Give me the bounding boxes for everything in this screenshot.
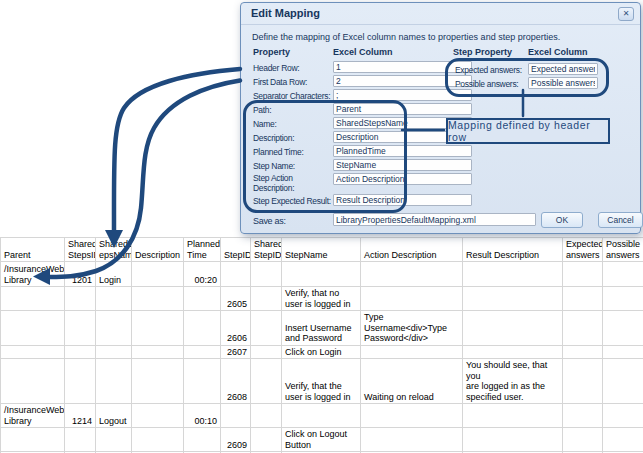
sheet-cell[interactable]: 1201 [65, 262, 96, 287]
sheet-cell[interactable]: Verify, that no user is logged in [282, 287, 361, 311]
column-header-cell[interactable]: StepID [221, 238, 251, 262]
sheet-cell[interactable] [282, 262, 361, 287]
sheet-cell[interactable] [221, 262, 251, 287]
ok-button[interactable]: OK [541, 212, 583, 228]
sheet-cell[interactable] [563, 359, 603, 404]
sheet-cell[interactable] [251, 311, 282, 346]
sheet-cell[interactable] [251, 262, 282, 287]
sheet-cell[interactable]: Click on Logout Button [282, 428, 361, 452]
sheet-cell[interactable]: Type Username<div>Type Password</div> [361, 311, 463, 346]
sheet-cell[interactable] [361, 428, 463, 452]
sheet-cell[interactable]: Logout [96, 404, 132, 428]
sheet-cell[interactable] [65, 345, 96, 359]
sheet-cell[interactable]: 00:10 [184, 404, 221, 428]
sheet-cell[interactable] [463, 262, 563, 287]
sheet-cell[interactable] [221, 404, 251, 428]
sheet-cell[interactable] [65, 359, 96, 404]
sheet-cell[interactable]: /InsuranceWeb Library [1, 262, 65, 287]
step-action-description-input[interactable] [333, 173, 472, 185]
column-header-cell[interactable]: Parent [1, 238, 65, 262]
sheet-cell[interactable] [563, 287, 603, 311]
sheet-cell[interactable] [1, 287, 65, 311]
sheet-cell[interactable] [96, 428, 132, 452]
sheet-cell[interactable] [132, 404, 184, 428]
sheet-cell[interactable]: 2606 [221, 311, 251, 346]
sheet-cell[interactable] [563, 311, 603, 346]
sheet-cell[interactable] [463, 345, 563, 359]
sheet-cell[interactable] [132, 311, 184, 346]
column-header-cell[interactable]: StepName [282, 238, 361, 262]
sheet-cell[interactable] [65, 428, 96, 452]
sheet-cell[interactable] [603, 404, 643, 428]
sheet-cell[interactable] [132, 428, 184, 452]
sheet-cell[interactable]: 2605 [221, 287, 251, 311]
column-header-cell[interactable]: Shared StepsID [65, 238, 96, 262]
column-header-cell[interactable]: Possible answers [603, 238, 643, 262]
sheet-cell[interactable]: Waiting on reload [361, 359, 463, 404]
sheet-cell[interactable] [563, 345, 603, 359]
sheet-cell[interactable] [184, 287, 221, 311]
column-header-cell[interactable]: SharedSt epsName [96, 238, 132, 262]
sheet-cell[interactable] [361, 404, 463, 428]
sheet-cell[interactable] [282, 404, 361, 428]
sheet-cell[interactable]: /InsuranceWeb Library [1, 404, 65, 428]
sheet-cell[interactable] [463, 311, 563, 346]
sheet-cell[interactable] [1, 359, 65, 404]
sheet-cell[interactable]: 1214 [65, 404, 96, 428]
sheet-cell[interactable]: Verify, that the user is logged in [282, 359, 361, 404]
sheet-cell[interactable] [184, 359, 221, 404]
sheet-cell[interactable] [603, 262, 643, 287]
sheet-cell[interactable] [96, 287, 132, 311]
planned-time-input[interactable] [333, 145, 472, 157]
cancel-button[interactable]: Cancel [598, 212, 643, 228]
sheet-cell[interactable] [563, 428, 603, 452]
sheet-cell[interactable] [361, 345, 463, 359]
sheet-cell[interactable]: 2609 [221, 428, 251, 452]
sheet-cell[interactable] [1, 311, 65, 346]
sheet-cell[interactable]: Insert Username and Password [282, 311, 361, 346]
sheet-cell[interactable] [65, 311, 96, 346]
sheet-cell[interactable] [184, 345, 221, 359]
sheet-cell[interactable] [96, 345, 132, 359]
column-header-cell[interactable]: Planned Time [184, 238, 221, 262]
step-name-input[interactable] [333, 159, 472, 171]
column-header-cell[interactable]: Shared StepID [251, 238, 282, 262]
sheet-cell[interactable] [361, 262, 463, 287]
sheet-cell[interactable]: 00:20 [184, 262, 221, 287]
sheet-cell[interactable] [132, 359, 184, 404]
sheet-cell[interactable] [603, 345, 643, 359]
sheet-cell[interactable]: You should see, that you are logged in a… [463, 359, 563, 404]
dialog-titlebar[interactable]: Edit Mapping ✕ [241, 3, 640, 25]
sheet-cell[interactable] [251, 428, 282, 452]
sheet-cell[interactable] [96, 359, 132, 404]
column-header-cell[interactable]: Action Description [361, 238, 463, 262]
step-expected-result-input[interactable] [333, 194, 472, 206]
sheet-cell[interactable] [251, 404, 282, 428]
sheet-cell[interactable] [132, 262, 184, 287]
first-data-row-input[interactable] [333, 75, 472, 87]
sheet-cell[interactable] [563, 262, 603, 287]
expected-answers-input[interactable] [528, 63, 598, 75]
sheet-cell[interactable]: 2607 [221, 345, 251, 359]
sheet-cell[interactable] [463, 404, 563, 428]
sheet-cell[interactable] [1, 345, 65, 359]
sheet-cell[interactable] [1, 428, 65, 452]
sheet-cell[interactable] [184, 311, 221, 346]
separator-characters-input[interactable] [333, 89, 472, 101]
sheet-cell[interactable] [65, 287, 96, 311]
sheet-cell[interactable] [132, 287, 184, 311]
sheet-cell[interactable] [603, 311, 643, 346]
column-header-cell[interactable]: Expected answers [563, 238, 603, 262]
sheet-cell[interactable] [251, 359, 282, 404]
possible-answers-input[interactable] [528, 77, 598, 89]
sheet-cell[interactable] [132, 345, 184, 359]
sheet-cell[interactable] [361, 287, 463, 311]
column-header-cell[interactable]: Result Description [463, 238, 563, 262]
close-button[interactable]: ✕ [618, 7, 634, 21]
sheet-cell[interactable] [251, 345, 282, 359]
sheet-cell[interactable] [603, 359, 643, 404]
column-header-cell[interactable]: Description [132, 238, 184, 262]
sheet-cell[interactable] [463, 287, 563, 311]
sheet-cell[interactable]: 2608 [221, 359, 251, 404]
sheet-cell[interactable] [563, 404, 603, 428]
